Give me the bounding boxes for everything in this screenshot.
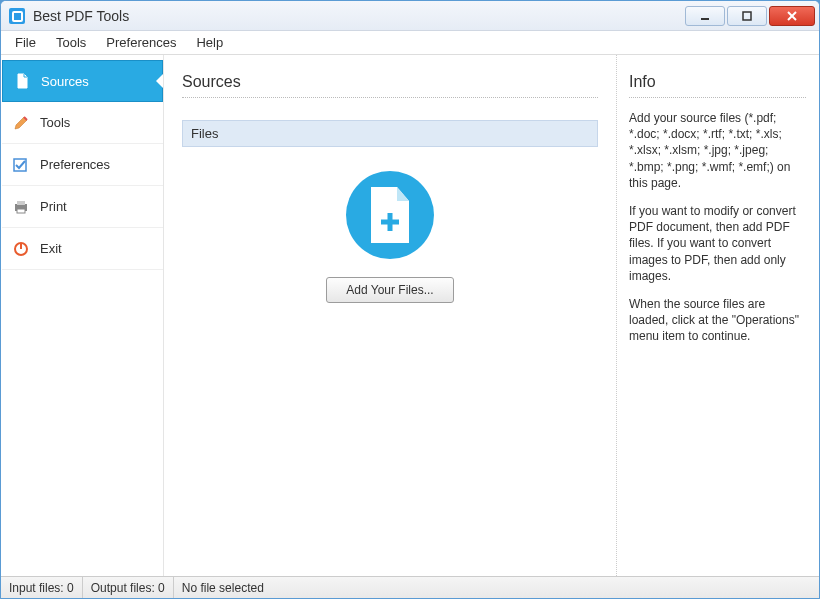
maximize-button[interactable] bbox=[727, 6, 767, 26]
pencil-icon bbox=[12, 114, 30, 132]
info-text: Add your source files (*.pdf; *.doc; *.d… bbox=[629, 110, 806, 191]
minimize-icon bbox=[699, 10, 711, 22]
status-input-files: Input files: 0 bbox=[1, 577, 83, 598]
sidebar-item-label: Print bbox=[40, 199, 67, 214]
svg-rect-1 bbox=[743, 12, 751, 20]
sidebar-item-exit[interactable]: Exit bbox=[2, 228, 163, 270]
main-heading: Sources bbox=[182, 73, 598, 98]
main-panel: Sources Files Add Your Files... bbox=[164, 55, 616, 576]
sidebar-item-label: Tools bbox=[40, 115, 70, 130]
info-heading: Info bbox=[629, 73, 806, 98]
files-header: Files bbox=[182, 120, 598, 147]
info-panel: Info Add your source files (*.pdf; *.doc… bbox=[616, 55, 818, 576]
status-output-files: Output files: 0 bbox=[83, 577, 174, 598]
close-icon bbox=[786, 10, 798, 22]
sidebar-item-sources[interactable]: Sources bbox=[2, 60, 163, 102]
menu-bar: File Tools Preferences Help bbox=[1, 31, 819, 55]
status-selection: No file selected bbox=[174, 577, 272, 598]
sidebar-item-preferences[interactable]: Preferences bbox=[2, 144, 163, 186]
body: Sources Tools Preferences Print bbox=[2, 55, 818, 576]
menu-help[interactable]: Help bbox=[186, 33, 233, 52]
sidebar-item-label: Sources bbox=[41, 74, 89, 89]
printer-icon bbox=[12, 198, 30, 216]
svg-rect-7 bbox=[17, 209, 25, 213]
add-file-icon bbox=[346, 171, 434, 259]
sidebar-item-label: Exit bbox=[40, 241, 62, 256]
sidebar-item-tools[interactable]: Tools bbox=[2, 102, 163, 144]
drop-area: Add Your Files... bbox=[182, 147, 598, 566]
add-files-button[interactable]: Add Your Files... bbox=[326, 277, 454, 303]
menu-file[interactable]: File bbox=[5, 33, 46, 52]
sidebar-item-label: Preferences bbox=[40, 157, 110, 172]
window-title: Best PDF Tools bbox=[33, 8, 685, 24]
sidebar-item-print[interactable]: Print bbox=[2, 186, 163, 228]
svg-rect-6 bbox=[17, 201, 25, 205]
info-text: When the source files are loaded, click … bbox=[629, 296, 806, 345]
title-bar: Best PDF Tools bbox=[1, 1, 819, 31]
power-icon bbox=[12, 240, 30, 258]
close-button[interactable] bbox=[769, 6, 815, 26]
app-window: Best PDF Tools File Tools Preferences He… bbox=[0, 0, 820, 599]
check-icon bbox=[12, 156, 30, 174]
sidebar: Sources Tools Preferences Print bbox=[2, 55, 164, 576]
maximize-icon bbox=[741, 10, 753, 22]
info-text: If you want to modify or convert PDF doc… bbox=[629, 203, 806, 284]
status-bar: Input files: 0 Output files: 0 No file s… bbox=[1, 576, 819, 598]
menu-preferences[interactable]: Preferences bbox=[96, 33, 186, 52]
window-buttons bbox=[685, 6, 815, 26]
page-icon bbox=[13, 72, 31, 90]
app-icon bbox=[9, 8, 25, 24]
minimize-button[interactable] bbox=[685, 6, 725, 26]
menu-tools[interactable]: Tools bbox=[46, 33, 96, 52]
